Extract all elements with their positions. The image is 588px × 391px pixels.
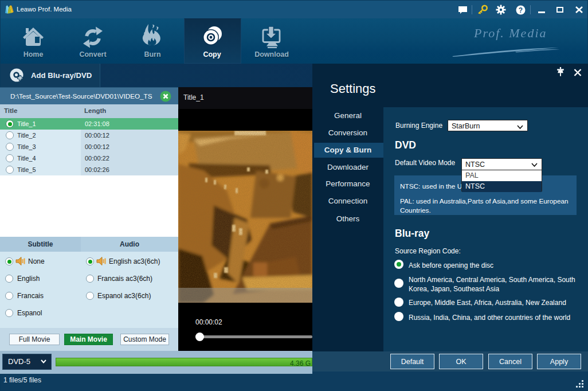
svg-text:?: ? — [518, 6, 522, 14]
